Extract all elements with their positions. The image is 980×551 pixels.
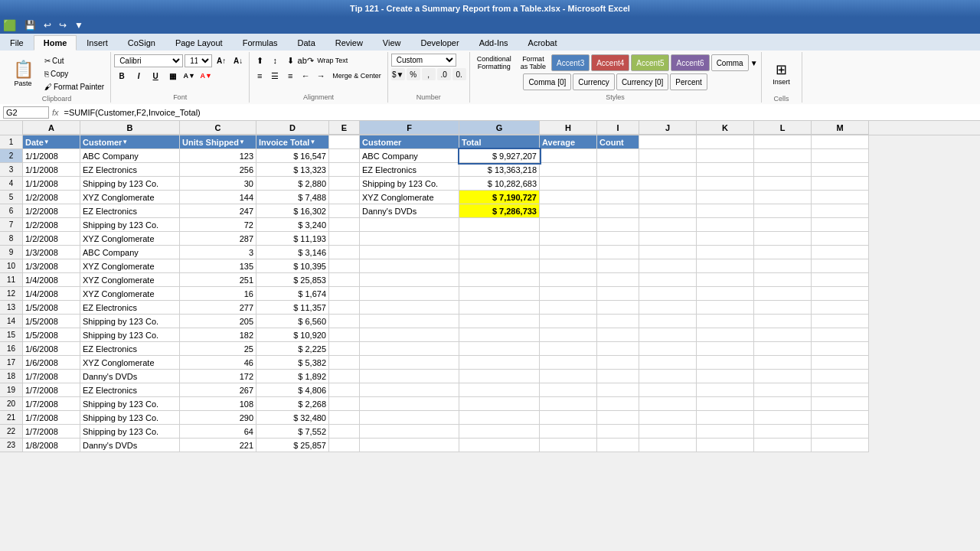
bold-btn[interactable]: B — [114, 69, 129, 83]
cell-B14[interactable]: Shipping by 123 Co. — [80, 315, 180, 328]
cell-M1[interactable] — [812, 135, 869, 149]
cell-D22[interactable]: $ 7,552 — [256, 425, 329, 439]
text-orientation-btn[interactable]: ab↷ — [299, 54, 312, 67]
cell-L12[interactable] — [754, 287, 812, 301]
cell-L1[interactable] — [754, 135, 812, 149]
cell-E16[interactable] — [329, 342, 360, 356]
cell-H10[interactable] — [540, 259, 597, 273]
cell-E5[interactable] — [329, 191, 360, 204]
cell-C13[interactable]: 277 — [180, 301, 256, 315]
col-header-B[interactable]: B — [80, 121, 180, 135]
cell-M7[interactable] — [812, 218, 869, 232]
cell-K15[interactable] — [697, 328, 754, 342]
fill-color-btn[interactable]: A▼ — [181, 69, 197, 83]
cell-G23[interactable] — [459, 439, 540, 452]
cell-M3[interactable] — [812, 163, 869, 177]
cell-M4[interactable] — [812, 177, 869, 191]
cell-K9[interactable] — [697, 246, 754, 259]
cell-C11[interactable]: 251 — [180, 273, 256, 287]
cell-G10[interactable] — [459, 259, 540, 273]
align-right-btn[interactable]: ≡ — [283, 69, 297, 83]
format-as-table-btn[interactable]: Formatas Table — [517, 54, 550, 72]
cell-G3[interactable]: $ 13,363,218 — [459, 163, 540, 177]
cell-E3[interactable] — [329, 163, 360, 177]
percent-style-btn[interactable]: Percent — [670, 73, 707, 90]
row-num-18[interactable]: 18 — [0, 370, 23, 383]
cell-G18[interactable] — [459, 370, 540, 383]
tab-developer[interactable]: Developer — [411, 35, 469, 51]
cell-I6[interactable] — [597, 204, 639, 218]
cell-L15[interactable] — [754, 328, 812, 342]
accent4-btn[interactable]: Accent4 — [591, 54, 629, 71]
cell-D16[interactable]: $ 2,225 — [256, 342, 329, 356]
cell-G6[interactable]: $ 7,286,733 — [459, 204, 540, 218]
col-header-A[interactable]: A — [23, 121, 80, 135]
qa-undo[interactable]: ↩ — [41, 19, 54, 31]
cell-F16[interactable] — [360, 342, 459, 356]
cell-G13[interactable] — [459, 301, 540, 315]
cell-C1[interactable]: Units Shipped ▼ — [180, 135, 256, 149]
cell-K3[interactable] — [697, 163, 754, 177]
cell-J2[interactable] — [639, 149, 697, 163]
cell-J18[interactable] — [639, 370, 697, 383]
cell-B16[interactable]: EZ Electronics — [80, 342, 180, 356]
cell-K13[interactable] — [697, 301, 754, 315]
cell-A16[interactable]: 1/6/2008 — [23, 342, 80, 356]
cell-C19[interactable]: 267 — [180, 383, 256, 397]
cell-K17[interactable] — [697, 356, 754, 370]
cell-M2[interactable] — [812, 149, 869, 163]
cell-B12[interactable]: XYZ Conglomerate — [80, 287, 180, 301]
tab-addins[interactable]: Add-Ins — [469, 35, 518, 51]
cell-L2[interactable] — [754, 149, 812, 163]
cell-B17[interactable]: XYZ Conglomerate — [80, 356, 180, 370]
cell-L11[interactable] — [754, 273, 812, 287]
cell-M17[interactable] — [812, 356, 869, 370]
cell-J23[interactable] — [639, 439, 697, 452]
cell-H3[interactable] — [540, 163, 597, 177]
cell-I3[interactable] — [597, 163, 639, 177]
cell-K23[interactable] — [697, 439, 754, 452]
cell-A19[interactable]: 1/7/2008 — [23, 383, 80, 397]
cell-B21[interactable]: Shipping by 123 Co. — [80, 411, 180, 425]
row-num-11[interactable]: 11 — [0, 273, 23, 287]
row-num-2[interactable]: 2 — [0, 149, 23, 163]
tab-file[interactable]: File — [0, 35, 34, 51]
cell-F7[interactable] — [360, 218, 459, 232]
formula-input[interactable] — [62, 107, 977, 118]
wrap-text-btn[interactable]: Wrap Text — [314, 55, 351, 66]
cell-D8[interactable]: $ 11,193 — [256, 232, 329, 246]
cell-B7[interactable]: Shipping by 123 Co. — [80, 218, 180, 232]
cell-D4[interactable]: $ 2,880 — [256, 177, 329, 191]
accent6-btn[interactable]: Accent6 — [671, 54, 709, 71]
cell-D1[interactable]: Invoice Total ▼ — [256, 135, 329, 149]
cell-C23[interactable]: 221 — [180, 439, 256, 452]
row-num-9[interactable]: 9 — [0, 246, 23, 259]
tab-acrobat[interactable]: Acrobat — [518, 35, 567, 51]
cell-L16[interactable] — [754, 342, 812, 356]
percent-btn[interactable]: % — [407, 68, 420, 80]
conditional-formatting-btn[interactable]: ConditionalFormatting — [473, 54, 515, 72]
row-num-17[interactable]: 17 — [0, 356, 23, 370]
cell-G20[interactable] — [459, 397, 540, 411]
cell-L10[interactable] — [754, 259, 812, 273]
cell-F11[interactable] — [360, 273, 459, 287]
cell-C16[interactable]: 25 — [180, 342, 256, 356]
cell-L22[interactable] — [754, 425, 812, 439]
cell-E2[interactable] — [329, 149, 360, 163]
cell-C15[interactable]: 182 — [180, 328, 256, 342]
row-num-1[interactable]: 1 — [0, 135, 23, 149]
cell-B19[interactable]: EZ Electronics — [80, 383, 180, 397]
insert-cells-btn[interactable]: ⊞ Insert — [765, 54, 799, 93]
decrease-font-btn[interactable]: A↓ — [230, 54, 246, 67]
col-header-K[interactable]: K — [697, 121, 754, 135]
comma-btn[interactable]: , — [422, 68, 436, 80]
cell-A12[interactable]: 1/4/2008 — [23, 287, 80, 301]
qa-save[interactable]: 💾 — [22, 19, 38, 31]
cell-F9[interactable] — [360, 246, 459, 259]
cell-J16[interactable] — [639, 342, 697, 356]
align-center-btn[interactable]: ☰ — [268, 69, 282, 83]
row-num-4[interactable]: 4 — [0, 177, 23, 191]
cell-I12[interactable] — [597, 287, 639, 301]
cell-B5[interactable]: XYZ Conglomerate — [80, 191, 180, 204]
cell-M22[interactable] — [812, 425, 869, 439]
